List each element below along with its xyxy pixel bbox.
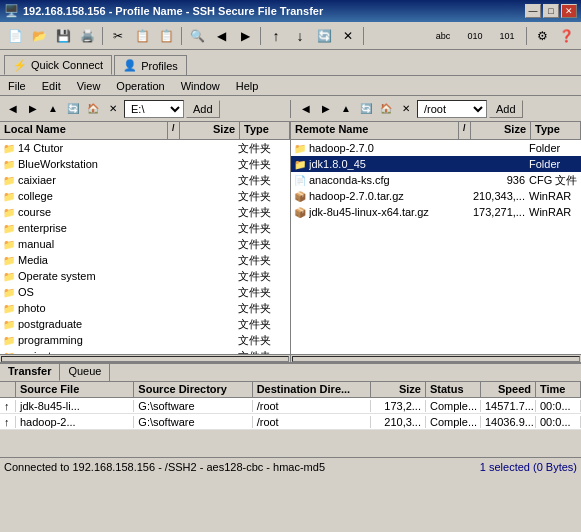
local-panel: Local Name / Size Type 📁 14 Ctutor 文件夹 📁… bbox=[0, 122, 291, 362]
transfer-direction: ↑ bbox=[0, 416, 16, 428]
file-type: WinRAR bbox=[529, 190, 579, 202]
list-item[interactable]: 📁 BlueWorkstation 文件夹 bbox=[0, 156, 290, 172]
close-button[interactable]: ✕ bbox=[561, 4, 577, 18]
list-item[interactable]: 📁 postgraduate 文件夹 bbox=[0, 316, 290, 332]
local-forward-btn[interactable]: ▶ bbox=[24, 100, 42, 118]
open-button[interactable]: 📂 bbox=[28, 25, 50, 47]
file-name: college bbox=[18, 190, 178, 202]
list-item[interactable]: 📦 jdk-8u45-linux-x64.tar.gz 173,271,... … bbox=[291, 204, 581, 220]
hex-button[interactable]: 101 bbox=[492, 25, 522, 47]
list-item[interactable]: 📁 photo 文件夹 bbox=[0, 300, 290, 316]
settings-button[interactable]: ⚙ bbox=[531, 25, 553, 47]
local-col-name[interactable]: Local Name bbox=[0, 122, 168, 139]
local-add-button[interactable]: Add bbox=[186, 100, 220, 118]
file-name: hadoop-2.7.0 bbox=[309, 142, 469, 154]
refresh-button[interactable]: 🔄 bbox=[313, 25, 335, 47]
transfer-dest-dir: /root bbox=[253, 400, 371, 412]
forward-button[interactable]: ▶ bbox=[234, 25, 256, 47]
tab-quick-connect[interactable]: ⚡ Quick Connect bbox=[4, 55, 112, 75]
cut-button[interactable]: ✂ bbox=[107, 25, 129, 47]
transfer-header: Source File Source Directory Destination… bbox=[0, 382, 581, 398]
remote-path-input[interactable]: /root bbox=[417, 100, 487, 118]
list-item[interactable]: 📁 Operate system 文件夹 bbox=[0, 268, 290, 284]
local-address-section: ◀ ▶ ▲ 🔄 🏠 ✕ E:\ Add bbox=[4, 100, 284, 118]
table-row[interactable]: ↑ hadoop-2... G:\software /root 210,3...… bbox=[0, 414, 581, 430]
list-item[interactable]: 📁 OS 文件夹 bbox=[0, 284, 290, 300]
download-button[interactable]: ↓ bbox=[289, 25, 311, 47]
tabs-row: ⚡ Quick Connect 👤 Profiles bbox=[0, 50, 581, 76]
list-item[interactable]: 📁 14 Ctutor 文件夹 bbox=[0, 140, 290, 156]
menu-window[interactable]: Window bbox=[177, 79, 224, 93]
remote-col-slash[interactable]: / bbox=[459, 122, 471, 139]
menu-view[interactable]: View bbox=[73, 79, 105, 93]
transfer-speed: 14571.7... bbox=[481, 400, 536, 412]
list-item[interactable]: 📁 hadoop-2.7.0 Folder bbox=[291, 140, 581, 156]
remote-panel: Remote Name / Size Type 📁 hadoop-2.7.0 F… bbox=[291, 122, 581, 362]
local-path-input[interactable]: E:\ bbox=[124, 100, 184, 118]
remote-back-btn[interactable]: ◀ bbox=[297, 100, 315, 118]
ab-button[interactable]: abc bbox=[428, 25, 458, 47]
local-up-btn[interactable]: ▲ bbox=[44, 100, 62, 118]
back-button[interactable]: ◀ bbox=[210, 25, 232, 47]
minimize-button[interactable]: — bbox=[525, 4, 541, 18]
table-row[interactable]: ↑ jdk-8u45-li... G:\software /root 173,2… bbox=[0, 398, 581, 414]
list-item[interactable]: 📄 anaconda-ks.cfg 936 CFG 文件 bbox=[291, 172, 581, 188]
remote-add-button[interactable]: Add bbox=[489, 100, 523, 118]
maximize-button[interactable]: □ bbox=[543, 4, 559, 18]
local-col-type[interactable]: Type bbox=[240, 122, 290, 139]
file-type: 文件夹 bbox=[238, 205, 288, 220]
file-size: 210,343,... bbox=[469, 190, 529, 202]
app-icon: 🖥️ bbox=[4, 4, 19, 18]
num-button[interactable]: 010 bbox=[460, 25, 490, 47]
transfer-source-file: jdk-8u45-li... bbox=[16, 400, 134, 412]
list-item[interactable]: 📁 caixiaer 文件夹 bbox=[0, 172, 290, 188]
tab-transfer[interactable]: Transfer bbox=[0, 364, 60, 381]
list-item[interactable]: 📁 programming 文件夹 bbox=[0, 332, 290, 348]
copy-button[interactable]: 📋 bbox=[131, 25, 153, 47]
list-item[interactable]: 📁 course 文件夹 bbox=[0, 204, 290, 220]
cancel-button[interactable]: ✕ bbox=[337, 25, 359, 47]
local-home-btn[interactable]: 🏠 bbox=[84, 100, 102, 118]
list-item[interactable]: 📦 hadoop-2.7.0.tar.gz 210,343,... WinRAR bbox=[291, 188, 581, 204]
local-back-btn[interactable]: ◀ bbox=[4, 100, 22, 118]
new-file-button[interactable]: 📄 bbox=[4, 25, 26, 47]
local-refresh-btn[interactable]: 🔄 bbox=[64, 100, 82, 118]
remote-col-size[interactable]: Size bbox=[471, 122, 531, 139]
remote-refresh-btn[interactable]: 🔄 bbox=[357, 100, 375, 118]
tab-profiles[interactable]: 👤 Profiles bbox=[114, 55, 187, 75]
list-item[interactable]: 📁 college 文件夹 bbox=[0, 188, 290, 204]
transfer-status: Comple... bbox=[426, 416, 481, 428]
local-file-list: 📁 14 Ctutor 文件夹 📁 BlueWorkstation 文件夹 📁 … bbox=[0, 140, 290, 354]
find-button[interactable]: 🔍 bbox=[186, 25, 208, 47]
upload-button[interactable]: ↑ bbox=[265, 25, 287, 47]
save-button[interactable]: 💾 bbox=[52, 25, 74, 47]
print-button[interactable]: 🖨️ bbox=[76, 25, 98, 47]
transfer-direction: ↑ bbox=[0, 400, 16, 412]
menu-edit[interactable]: Edit bbox=[38, 79, 65, 93]
transfer-size: 173,2... bbox=[371, 400, 426, 412]
status-text: Connected to 192.168.158.156 - /SSH2 - a… bbox=[4, 461, 480, 473]
transfer-col-time: Time bbox=[536, 382, 581, 397]
local-del-btn[interactable]: ✕ bbox=[104, 100, 122, 118]
list-item[interactable]: 📁 Media 文件夹 bbox=[0, 252, 290, 268]
list-item[interactable]: 📁 jdk1.8.0_45 Folder bbox=[291, 156, 581, 172]
file-name: postgraduate bbox=[18, 318, 178, 330]
paste-button[interactable]: 📋 bbox=[155, 25, 177, 47]
remote-del-btn[interactable]: ✕ bbox=[397, 100, 415, 118]
local-col-size[interactable]: Size bbox=[180, 122, 240, 139]
remote-col-type[interactable]: Type bbox=[531, 122, 581, 139]
help-button[interactable]: ❓ bbox=[555, 25, 577, 47]
remote-up-btn[interactable]: ▲ bbox=[337, 100, 355, 118]
list-item[interactable]: 📁 manual 文件夹 bbox=[0, 236, 290, 252]
remote-home-btn[interactable]: 🏠 bbox=[377, 100, 395, 118]
file-name: Media bbox=[18, 254, 178, 266]
remote-forward-btn[interactable]: ▶ bbox=[317, 100, 335, 118]
remote-col-name[interactable]: Remote Name bbox=[291, 122, 459, 139]
local-col-slash[interactable]: / bbox=[168, 122, 180, 139]
menu-file[interactable]: File bbox=[4, 79, 30, 93]
file-type: 文件夹 bbox=[238, 253, 288, 268]
menu-operation[interactable]: Operation bbox=[112, 79, 168, 93]
tab-queue[interactable]: Queue bbox=[60, 364, 110, 381]
menu-help[interactable]: Help bbox=[232, 79, 263, 93]
list-item[interactable]: 📁 enterprise 文件夹 bbox=[0, 220, 290, 236]
